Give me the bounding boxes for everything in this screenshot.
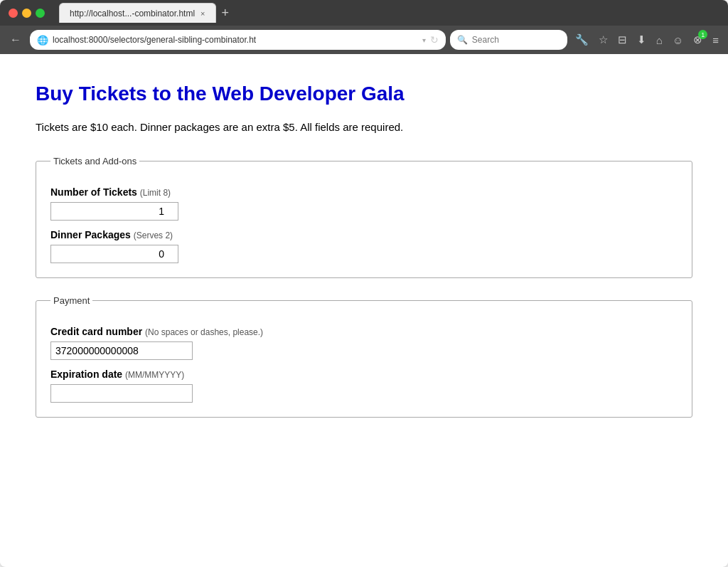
tickets-fieldset: Tickets and Add-ons Number of Tickets (L…: [36, 156, 692, 278]
page-content: Buy Tickets to the Web Developer Gala Ti…: [0, 54, 728, 566]
dinner-serves-note: (Serves 2): [134, 230, 173, 240]
refresh-button[interactable]: ↻: [430, 34, 439, 46]
dinner-packages-input[interactable]: [50, 245, 178, 263]
close-button[interactable]: [9, 9, 18, 18]
expiration-label: Expiration date (MM/MMYYYY): [50, 369, 678, 380]
page-description: Tickets are $10 each. Dinner packages ar…: [36, 120, 519, 136]
notification-badge: 1: [698, 30, 707, 39]
notification-wrapper: ⊗ 1: [690, 31, 706, 48]
download-icon[interactable]: ⬇: [633, 31, 650, 48]
title-bar: http://localhost...-combinator.html × +: [0, 0, 728, 26]
nav-bar: ← 🌐 ▾ ↻ 🔍 🔧 ☆ ⊟ ⬇ ⌂ ☺ ⊗ 1 ≡: [0, 26, 728, 54]
minimize-button[interactable]: [22, 9, 31, 18]
tickets-limit-note: (Limit 8): [140, 188, 171, 198]
bookmarks-list-icon[interactable]: ⊟: [614, 31, 631, 48]
tools-icon[interactable]: 🔧: [572, 31, 592, 48]
search-input[interactable]: [472, 35, 560, 45]
toolbar-icons: 🔧 ☆ ⊟ ⬇ ⌂ ☺ ⊗ 1 ≡: [572, 31, 722, 48]
home-icon[interactable]: ⌂: [653, 32, 666, 48]
page-title: Buy Tickets to the Web Developer Gala: [36, 83, 692, 105]
number-of-tickets-group: Number of Tickets (Limit 8): [50, 186, 678, 221]
search-container: 🔍: [450, 30, 567, 50]
active-tab[interactable]: http://localhost...-combinator.html ×: [59, 3, 216, 23]
credit-card-group: Credit card number (No spaces or dashes,…: [50, 326, 678, 360]
smiley-icon[interactable]: ☺: [669, 32, 687, 48]
browser-window: http://localhost...-combinator.html × + …: [0, 0, 728, 567]
payment-fieldset: Payment Credit card number (No spaces or…: [36, 295, 692, 418]
credit-card-note: (No spaces or dashes, please.): [145, 327, 263, 337]
expiration-note: (MM/MMYYYY): [125, 370, 184, 380]
dinner-packages-group: Dinner Packages (Serves 2): [50, 229, 678, 263]
number-of-tickets-input[interactable]: [50, 202, 178, 221]
maximize-button[interactable]: [36, 9, 45, 18]
tab-bar: http://localhost...-combinator.html × +: [59, 3, 719, 23]
new-tab-button[interactable]: +: [216, 3, 235, 23]
bookmark-icon[interactable]: ☆: [595, 31, 611, 48]
tab-title: http://localhost...-combinator.html: [70, 9, 195, 18]
payment-legend: Payment: [50, 295, 92, 306]
search-icon: 🔍: [457, 35, 468, 45]
expiration-group: Expiration date (MM/MMYYYY): [50, 369, 678, 403]
traffic-lights: [9, 9, 45, 18]
back-button[interactable]: ←: [6, 31, 26, 49]
dinner-packages-label: Dinner Packages (Serves 2): [50, 229, 678, 240]
tickets-legend: Tickets and Add-ons: [50, 156, 139, 166]
globe-icon: 🌐: [37, 35, 48, 46]
dropdown-arrow-icon[interactable]: ▾: [422, 36, 426, 44]
credit-card-input[interactable]: [50, 341, 193, 360]
tab-close-icon[interactable]: ×: [200, 9, 205, 18]
address-bar[interactable]: [53, 35, 418, 45]
expiration-input[interactable]: [50, 384, 193, 403]
number-of-tickets-label: Number of Tickets (Limit 8): [50, 186, 678, 198]
address-bar-container: 🌐 ▾ ↻: [30, 30, 446, 50]
menu-icon[interactable]: ≡: [709, 32, 722, 48]
credit-card-label: Credit card number (No spaces or dashes,…: [50, 326, 678, 337]
